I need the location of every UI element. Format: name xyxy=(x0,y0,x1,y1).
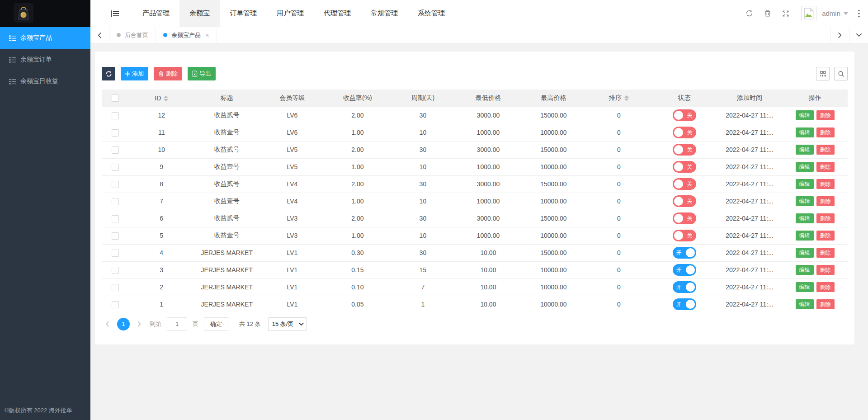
menu-collapse-icon[interactable] xyxy=(111,10,119,17)
row-delete-button[interactable]: 删除 xyxy=(816,248,835,258)
search-icon[interactable] xyxy=(834,67,848,80)
current-page[interactable]: 1 xyxy=(117,318,130,330)
row-checkbox[interactable] xyxy=(112,198,119,205)
status-toggle-on[interactable]: 开 xyxy=(673,247,696,259)
edit-button[interactable]: 编辑 xyxy=(796,213,814,223)
row-delete-button[interactable]: 删除 xyxy=(816,231,835,241)
row-checkbox[interactable] xyxy=(112,284,119,291)
fullscreen-icon[interactable] xyxy=(782,10,789,17)
confirm-button[interactable]: 确定 xyxy=(204,317,228,331)
status-toggle-off[interactable]: 关 xyxy=(673,144,696,156)
status-toggle-off[interactable]: 关 xyxy=(673,212,696,224)
edit-button[interactable]: 编辑 xyxy=(796,179,814,189)
close-icon[interactable]: × xyxy=(205,31,209,39)
row-delete-button[interactable]: 删除 xyxy=(816,127,835,137)
export-button[interactable]: 导出 xyxy=(188,67,216,80)
cell-actions: 编辑删除 xyxy=(782,193,848,210)
top-nav-tab[interactable]: 用户管理 xyxy=(267,0,314,27)
tabs-menu-icon[interactable] xyxy=(849,27,868,43)
avatar[interactable] xyxy=(801,6,816,21)
row-checkbox[interactable] xyxy=(112,215,119,222)
select-all-checkbox[interactable] xyxy=(112,94,119,102)
sidebar: 余额宝产品余额宝订单余额宝日收益 ©版权所有 2022 海外抢单 xyxy=(0,0,90,420)
cell-level: LV1 xyxy=(259,244,325,261)
row-delete-button[interactable]: 删除 xyxy=(816,265,835,275)
row-checkbox[interactable] xyxy=(112,129,119,137)
edit-button[interactable]: 编辑 xyxy=(796,110,814,120)
status-toggle-on[interactable]: 开 xyxy=(673,264,696,276)
top-nav-tab[interactable]: 代理管理 xyxy=(314,0,361,27)
refresh-icon[interactable] xyxy=(745,9,753,17)
row-delete-button[interactable]: 删除 xyxy=(816,282,835,292)
sort-icon[interactable] xyxy=(624,95,629,101)
edit-button[interactable]: 编辑 xyxy=(796,231,814,241)
toggle-knob xyxy=(674,128,683,137)
sidebar-item[interactable]: 余额宝订单 xyxy=(0,49,90,71)
status-toggle-off[interactable]: 关 xyxy=(673,109,696,121)
cell-min-price: 10.00 xyxy=(456,278,521,296)
status-toggle-off[interactable]: 关 xyxy=(673,127,696,138)
cell-status: 开 xyxy=(651,244,717,261)
status-toggle-on[interactable]: 开 xyxy=(673,281,696,293)
cell-title: JERJES MARKET xyxy=(194,296,260,313)
table-refresh-button[interactable] xyxy=(102,67,115,80)
edit-button[interactable]: 编辑 xyxy=(796,145,814,155)
cell-min-price: 1000.00 xyxy=(456,124,521,141)
clear-cache-icon[interactable] xyxy=(764,9,771,17)
tabs-scroll-left-icon[interactable] xyxy=(90,27,109,43)
cell-title: 收益壹号 xyxy=(194,158,260,175)
page-tab[interactable]: 余额宝产品× xyxy=(156,27,217,43)
cell-min-price: 10.00 xyxy=(456,244,521,261)
cell-title: JERJES MARKET xyxy=(194,261,260,278)
row-checkbox[interactable] xyxy=(112,181,119,188)
edit-button[interactable]: 编辑 xyxy=(796,248,814,258)
next-page-icon[interactable] xyxy=(133,321,145,327)
edit-button[interactable]: 编辑 xyxy=(796,162,814,172)
top-nav-tab[interactable]: 常规管理 xyxy=(361,0,408,27)
top-nav-tab[interactable]: 产品管理 xyxy=(132,0,179,27)
filter-columns-icon[interactable] xyxy=(816,67,830,80)
add-button[interactable]: 添加 xyxy=(121,67,148,80)
status-toggle-off[interactable]: 关 xyxy=(673,195,696,207)
sidebar-item[interactable]: 余额宝日收益 xyxy=(0,71,90,92)
row-checkbox[interactable] xyxy=(112,301,119,308)
edit-button[interactable]: 编辑 xyxy=(796,127,814,137)
status-toggle-off[interactable]: 关 xyxy=(673,230,696,241)
row-checkbox[interactable] xyxy=(112,112,119,119)
row-checkbox[interactable] xyxy=(112,232,119,240)
sidebar-item[interactable]: 余额宝产品 xyxy=(0,27,90,49)
tabs-scroll-right-icon[interactable] xyxy=(830,27,849,43)
row-delete-button[interactable]: 删除 xyxy=(816,196,835,206)
row-delete-button[interactable]: 删除 xyxy=(816,179,835,189)
edit-button[interactable]: 编辑 xyxy=(796,196,814,206)
goto-page-input[interactable] xyxy=(167,317,187,331)
row-delete-button[interactable]: 删除 xyxy=(816,110,835,120)
page-tab[interactable]: 后台首页 xyxy=(109,27,156,43)
more-options-icon[interactable] xyxy=(858,9,860,18)
status-toggle-off[interactable]: 关 xyxy=(673,178,696,190)
status-toggle-on[interactable]: 开 xyxy=(673,298,696,310)
sort-icon[interactable] xyxy=(164,96,168,101)
delete-button[interactable]: 删除 xyxy=(154,67,182,80)
per-page-select[interactable]: 15 条/页 xyxy=(268,317,307,331)
toggle-knob xyxy=(674,162,683,171)
row-checkbox[interactable] xyxy=(112,267,119,274)
status-toggle-off[interactable]: 关 xyxy=(673,161,696,173)
row-delete-button[interactable]: 删除 xyxy=(816,213,835,223)
row-checkbox[interactable] xyxy=(112,250,119,257)
edit-button[interactable]: 编辑 xyxy=(796,265,814,275)
top-nav-tab[interactable]: 余额宝 xyxy=(179,0,220,27)
prev-page-icon[interactable] xyxy=(102,321,113,327)
row-delete-button[interactable]: 删除 xyxy=(816,299,835,309)
row-checkbox[interactable] xyxy=(112,146,119,154)
edit-button[interactable]: 编辑 xyxy=(796,299,814,309)
edit-button[interactable]: 编辑 xyxy=(796,282,814,292)
column-header[interactable]: ID xyxy=(129,90,194,107)
user-menu[interactable]: admin xyxy=(822,9,848,17)
top-nav-tab[interactable]: 订单管理 xyxy=(220,0,267,27)
row-checkbox[interactable] xyxy=(112,164,119,171)
top-nav-tab[interactable]: 系统管理 xyxy=(408,0,455,27)
row-delete-button[interactable]: 删除 xyxy=(816,162,835,172)
column-header[interactable]: 排序 xyxy=(586,90,652,107)
row-delete-button[interactable]: 删除 xyxy=(816,145,835,155)
